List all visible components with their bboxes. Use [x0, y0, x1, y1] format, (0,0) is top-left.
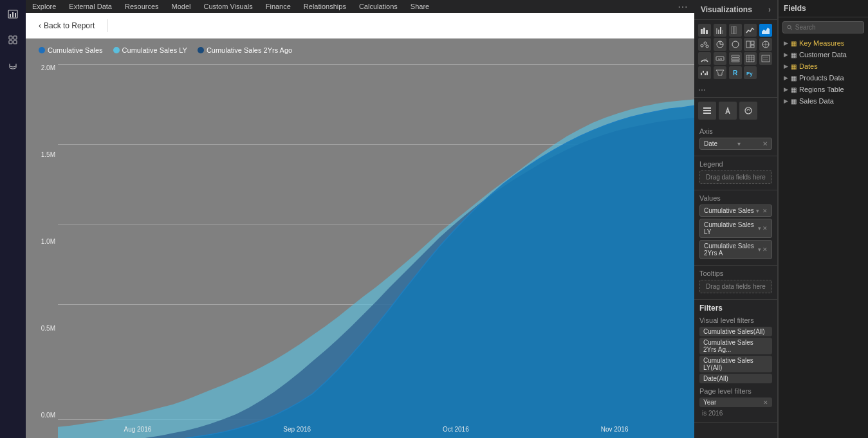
field-regions-table[interactable]: ▶ ▦ Regions Table [781, 84, 865, 95]
menu-external-data[interactable]: External Data [69, 3, 112, 10]
value-2-remove[interactable]: ✕ [762, 225, 768, 232]
viz-fields-btn[interactable] [698, 102, 716, 120]
value-1-remove[interactable]: ✕ [762, 208, 768, 214]
fields-search-box[interactable] [782, 21, 864, 33]
report-icon[interactable] [4, 5, 22, 23]
axis-field[interactable]: Date ▾ ✕ [699, 138, 772, 150]
viz-100-bar[interactable] [729, 24, 742, 37]
menu-share[interactable]: Share [411, 3, 429, 10]
viz-more-options[interactable]: ⋯ [694, 83, 777, 97]
svg-text:R: R [733, 69, 738, 77]
value-2-text: Cumulative Sales LY [704, 221, 758, 235]
fields-search-input[interactable] [795, 24, 860, 31]
svg-rect-53 [703, 110, 711, 111]
viz-treemap[interactable] [744, 38, 757, 51]
value-field-2[interactable]: Cumulative Sales LY ▾ ✕ [699, 219, 772, 238]
menu-resources[interactable]: Resources [125, 3, 159, 10]
viz-waterfall[interactable] [698, 66, 711, 79]
viz-format-btn[interactable] [719, 102, 737, 120]
field-label-4: Products Data [799, 74, 844, 82]
viz-donut[interactable] [729, 38, 742, 51]
viz-python[interactable]: Py [744, 66, 757, 79]
tooltips-drop-area[interactable]: Drag data fields here [699, 280, 772, 293]
page-filter-year[interactable]: Year ✕ [699, 397, 772, 407]
viz-format-icons [698, 102, 773, 120]
axis-remove-icon[interactable]: ✕ [762, 140, 768, 147]
fields-tree: ▶ ▦ Key Measures ▶ ▦ Customer Data ▶ ▦ D… [779, 37, 868, 438]
filter-tag-1[interactable]: Cumulative Sales(All) [699, 327, 772, 336]
viz-custom[interactable]: R [729, 66, 742, 79]
svg-rect-52 [703, 107, 711, 109]
value-field-3[interactable]: Cumulative Sales 2Yrs A ▾ ✕ [699, 240, 772, 259]
viz-matrix[interactable] [759, 52, 772, 65]
menu-finance[interactable]: Finance [266, 3, 291, 10]
svg-rect-36 [732, 58, 739, 60]
svg-point-20 [706, 45, 708, 48]
table-icon-4: ▦ [791, 75, 797, 82]
table-icon-3: ▦ [791, 63, 797, 70]
field-dates[interactable]: ▶ ▦ Dates [781, 60, 865, 72]
legend-label-2: Cumulative Sales LY [122, 46, 187, 54]
area-chart [58, 64, 694, 438]
table-icon-6: ▦ [791, 98, 797, 105]
y-label-0m: 0.0M [28, 412, 55, 419]
menu-relationships[interactable]: Relationships [304, 3, 346, 10]
viz-stacked-bar[interactable] [698, 24, 711, 37]
filter-tag-2[interactable]: Cumulative Sales 2Yrs Ag... [699, 338, 772, 354]
menu-calculations[interactable]: Calculations [359, 3, 398, 10]
axis-label: Axis [699, 127, 772, 135]
legend-drop-area[interactable]: Drag data fields here [699, 170, 772, 184]
chart-legend: Cumulative Sales Cumulative Sales LY Cum… [39, 46, 292, 54]
value-field-1[interactable]: Cumulative Sales ▾ ✕ [699, 205, 772, 217]
viz-scatter[interactable] [698, 38, 711, 51]
viz-funnel[interactable] [714, 66, 726, 79]
field-key-measures[interactable]: ▶ ▦ Key Measures [781, 37, 865, 49]
viz-table[interactable] [744, 52, 757, 65]
x-axis: Aug 2016 Sep 2016 Oct 2016 Nov 2016 [58, 420, 694, 438]
viz-gauge[interactable] [698, 52, 711, 65]
grid-icon[interactable] [4, 31, 22, 49]
svg-rect-10 [703, 28, 705, 34]
viz-area[interactable] [759, 24, 772, 37]
x-label-oct: Oct 2016 [443, 426, 469, 433]
axis-value: Date [704, 140, 717, 147]
filter-tag-4[interactable]: Date(All) [699, 374, 772, 383]
page-filter-year-remove[interactable]: ✕ [763, 399, 768, 406]
back-to-report-button[interactable]: ‹ Back to Report [33, 19, 100, 33]
svg-rect-26 [746, 41, 750, 48]
menu-explore[interactable]: Explore [32, 3, 56, 10]
viz-analytics-btn[interactable] [739, 102, 757, 120]
field-label-1: Key Measures [799, 39, 844, 47]
legend-label: Legend [699, 160, 772, 168]
expand-icon-3: ▶ [784, 63, 788, 69]
filter-tag-3[interactable]: Cumulative Sales LY(All) [699, 356, 772, 372]
x-label-sep: Sep 2016 [283, 426, 311, 433]
viz-clustered-bar[interactable] [714, 24, 726, 37]
svg-rect-2 [12, 12, 14, 17]
field-label-6: Sales Data [799, 97, 834, 105]
viz-panel-expand[interactable]: › [768, 5, 771, 14]
value-3-text: Cumulative Sales 2Yrs A [704, 242, 758, 257]
value-3-remove[interactable]: ✕ [762, 246, 768, 253]
chart-container: Cumulative Sales Cumulative Sales LY Cum… [26, 39, 694, 438]
viz-line[interactable] [744, 24, 757, 37]
data-icon[interactable] [4, 57, 22, 75]
axis-section: Axis Date ▾ ✕ [694, 123, 777, 156]
viz-map[interactable] [759, 38, 772, 51]
viz-panel-title: Visualizations [701, 5, 752, 14]
field-customer-data[interactable]: ▶ ▦ Customer Data [781, 49, 865, 60]
field-label-3: Dates [799, 62, 818, 70]
field-products-data[interactable]: ▶ ▦ Products Data [781, 72, 865, 84]
field-sales-data[interactable]: ▶ ▦ Sales Data [781, 95, 865, 107]
fields-header: Fields [779, 0, 868, 17]
more-options-icon[interactable]: ⋯ [678, 1, 688, 13]
svg-rect-28 [751, 45, 754, 48]
svg-rect-45 [763, 59, 768, 60]
viz-pie[interactable] [714, 38, 726, 51]
viz-multi-row[interactable] [729, 52, 742, 65]
menu-custom-visuals[interactable]: Custom Visuals [204, 3, 253, 10]
legend-dot-2 [113, 47, 120, 53]
menu-model[interactable]: Model [172, 3, 191, 10]
viz-card[interactable]: 123 [714, 52, 726, 65]
svg-rect-38 [746, 55, 754, 62]
